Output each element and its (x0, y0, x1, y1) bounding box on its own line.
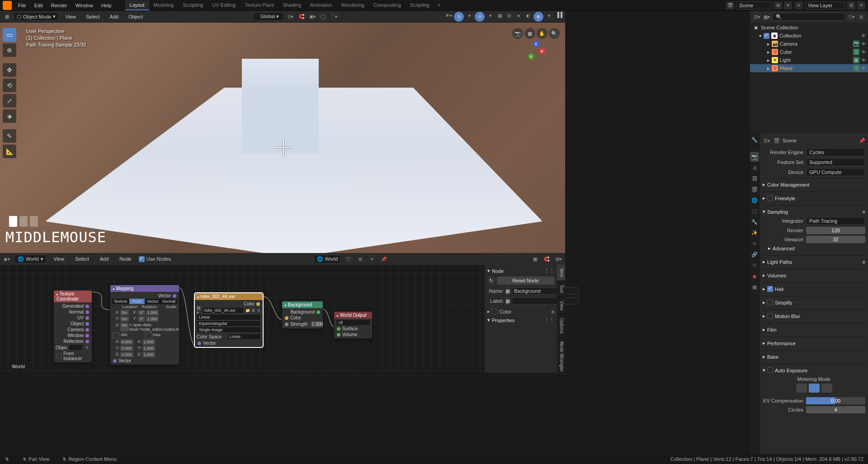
new-collection-icon[interactable]: ⊞ (857, 13, 865, 21)
new-image-icon[interactable]: ⊞ (251, 307, 255, 314)
3d-viewport[interactable]: ▭ ⊕ ✥ ⟲ ⤢ ◈ ✎ 📐 📷 ▦ ✋ 🔍 X Y Z (0, 23, 565, 254)
viewport-menu-object[interactable]: Object (125, 13, 146, 21)
side-tab-view[interactable]: View (557, 297, 565, 315)
lattice-icon[interactable]: ▦ (524, 28, 535, 39)
ptab-constraints[interactable]: 🔗 (750, 249, 759, 259)
visibility-icon[interactable]: 👁 (861, 41, 866, 47)
overlays-toggle[interactable]: ⊞ (454, 12, 464, 22)
node-world-output[interactable]: ▸ World Output All Surface Volume (334, 311, 373, 339)
scale-x-input[interactable]: 1.000 (146, 310, 159, 315)
eyedropper-icon[interactable]: ✎ (84, 344, 90, 351)
node-label-input[interactable] (512, 297, 579, 305)
viewport-samples-input[interactable]: 32 (806, 236, 865, 243)
section-film[interactable]: ▸ Film (763, 325, 865, 334)
visibility-icon[interactable]: 👁 (861, 33, 866, 38)
min-checkbox[interactable] (112, 333, 119, 338)
tool-select-box[interactable]: ▭ (3, 28, 16, 42)
tab-animation[interactable]: Animation (306, 0, 337, 10)
colorspace-select[interactable]: Linear (227, 333, 261, 340)
visibility-icon[interactable]: 👁 (861, 49, 866, 55)
metering-spot-button[interactable] (821, 384, 832, 393)
collection-checkbox[interactable] (764, 33, 769, 39)
ptab-tool[interactable]: 🔧 (750, 135, 759, 145)
snap-toggle-icon[interactable]: 🧲 (297, 13, 306, 21)
tab-texture-paint[interactable]: Texture Paint (240, 0, 278, 10)
loc-x-input[interactable]: 0m (120, 310, 129, 315)
camera-data-icon[interactable]: 📷 (853, 41, 859, 47)
snap-menu-icon[interactable]: ▣▾ (308, 13, 316, 21)
ptab-scene[interactable]: 🎬 (750, 184, 759, 194)
section-hair[interactable]: ▸ Hair (763, 285, 865, 293)
layer-delete-icon[interactable]: ✕ (857, 1, 865, 9)
strength-input[interactable]: 1.000 (311, 321, 323, 327)
auto-exposure-checkbox[interactable] (767, 367, 773, 373)
ptab-output[interactable]: 🖨 (750, 163, 759, 173)
unlink-image-icon[interactable]: ✕ (257, 307, 261, 314)
reset-icon[interactable]: ↻ (487, 277, 495, 285)
tool-scale[interactable]: ⤢ (3, 94, 16, 108)
node-environment-texture[interactable]: ▸ hdre_002_4K.exr Color 🖼▾ 📁 ⊞ ✕ Linear … (194, 293, 263, 347)
shade-wireframe-icon[interactable]: ⊞ (505, 12, 513, 20)
shade-rendered-icon[interactable]: ◉ (533, 12, 543, 22)
node-menu-select[interactable]: Select (71, 255, 93, 263)
simplify-checkbox[interactable] (767, 300, 773, 305)
scene-name-input[interactable] (736, 1, 772, 9)
loc-y-input[interactable]: 0m (120, 316, 129, 322)
menu-file[interactable]: File (14, 1, 30, 9)
freestyle-checkbox[interactable] (767, 195, 773, 201)
axis-x-icon[interactable]: X (539, 48, 545, 54)
ptab-view-layer[interactable]: 🖼 (750, 173, 759, 183)
shade-solid-icon[interactable]: ● (514, 12, 523, 20)
tool-annotate[interactable]: ✎ (3, 129, 16, 143)
tab-compositing[interactable]: Compositing (369, 0, 406, 10)
shade-lookdev-icon[interactable]: ◐ (524, 12, 532, 20)
node-mapping[interactable]: ▸ Mapping Vector Texture Point Vector No… (110, 285, 179, 365)
ev-compensation-slider[interactable]: 0.00 (806, 397, 865, 404)
gizmos-toggle[interactable]: ⊕ (475, 12, 485, 22)
reset-node-button[interactable]: Reset Node (497, 277, 554, 285)
node-background[interactable]: ▸ Background Background Color Strength:1… (282, 301, 323, 329)
section-simplify[interactable]: ▸ Simplify (763, 298, 865, 307)
outliner-item-cube[interactable]: ▸▽Cube▽👁 (750, 48, 868, 56)
image-source-select[interactable]: Single Image (197, 327, 261, 333)
viewport-menu-add[interactable]: Add (106, 13, 123, 21)
section-properties[interactable]: ▾ Properties⋮⋮ (487, 314, 554, 324)
mesh-data-icon[interactable]: ▽ (853, 65, 859, 71)
shader-type-select[interactable]: 🌐 World ▾ (14, 255, 47, 263)
section-color-management[interactable]: ▸ Color Management (763, 180, 865, 189)
shade-menu-icon[interactable]: ▾ (545, 12, 553, 20)
scene-new-icon[interactable]: ⊞ (774, 1, 782, 9)
rot-x-input[interactable]: 0° (138, 310, 145, 315)
fake-user-icon[interactable]: 🛡 (344, 255, 353, 263)
snap-node-icon[interactable]: 🧲 (542, 255, 551, 263)
projection-select[interactable]: Equirectangular (197, 320, 261, 327)
outliner-filter-icon[interactable]: ▽▾ (847, 13, 855, 21)
visibility-icon[interactable]: 👁 (861, 66, 866, 71)
ptab-modifiers[interactable]: 🔧 (750, 217, 759, 227)
side-tab-item[interactable]: Item (557, 265, 565, 281)
interpolation-select[interactable]: Linear (197, 314, 261, 320)
section-freestyle[interactable]: ▸ Freestyle (763, 194, 865, 202)
mode-select[interactable]: ▢ Object Mode ▾ (14, 12, 59, 21)
zoom-icon[interactable]: 🔍 (549, 28, 560, 39)
layer-new-icon[interactable]: ⊞ (847, 1, 855, 9)
hair-checkbox[interactable] (767, 286, 773, 292)
render-samples-input[interactable]: 128 (806, 227, 865, 234)
section-performance[interactable]: ▸ Performance (763, 339, 865, 347)
node-texture-coordinate[interactable]: ▸ Texture Coordinate Generated Normal UV… (53, 290, 92, 363)
tool-rotate[interactable]: ⟲ (3, 79, 16, 92)
integrator-select[interactable]: Path Tracing (806, 217, 865, 225)
feature-set-select[interactable]: Supported (806, 158, 865, 166)
render-engine-select[interactable]: Cycles (806, 148, 865, 156)
list-icon[interactable]: ≡ (863, 259, 865, 265)
pan-icon[interactable]: ✋ (537, 28, 547, 39)
pin-icon[interactable]: 📌 (859, 138, 865, 144)
ptab-particles[interactable]: ✨ (750, 228, 759, 238)
ptab-mesh-data[interactable]: ▽ (750, 260, 759, 270)
tab-scripting[interactable]: Scripting (406, 0, 434, 10)
ptab-material[interactable]: ◉ (750, 271, 759, 281)
ptab-texture[interactable]: ▦ (750, 282, 759, 292)
axis-y-icon[interactable]: Y (528, 53, 534, 60)
loc-z-input[interactable]: 0m (120, 323, 129, 332)
outliner-mode-icon[interactable]: ▦▾ (763, 13, 771, 21)
